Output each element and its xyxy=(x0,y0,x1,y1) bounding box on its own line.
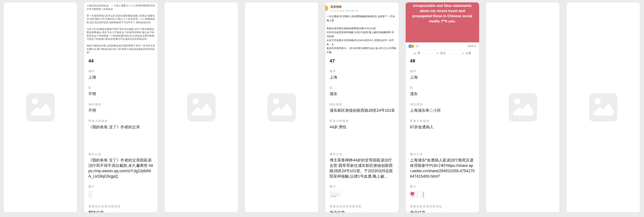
image-placeholder-icon xyxy=(589,93,618,122)
case-number: 48 xyxy=(410,58,475,64)
card-body: 47 城市 上海 区 浦东 地址描述 浦东新区唐镇创新西路28弄24号101室 … xyxy=(325,55,399,213)
district-label: 区 xyxy=(88,86,153,89)
source-value: 身边信息 xyxy=(410,210,475,213)
district-value: 不明 xyxy=(88,91,153,97)
facebook-like-button: 赞 xyxy=(414,51,420,55)
address-value: 不明 xyxy=(88,108,153,113)
weibo-avatar xyxy=(325,5,328,11)
card-body: 46 城市 上海 区 不明 地址描述 不明 死者大体描述 77岁老人沈瑞根 事件… xyxy=(245,213,318,213)
case-number: 47 xyxy=(330,58,394,64)
case-card-48[interactable]: irresponsible and false statements about… xyxy=(406,2,479,213)
city-label: 城市 xyxy=(88,69,153,73)
facebook-reaction-icons xyxy=(408,44,414,48)
case-card-45[interactable]: 45 城市 上海 区 不明 地址描述 不明 死者大体描述 24岁男子 事件介绍 … xyxy=(164,2,238,213)
case-number: 44 xyxy=(88,58,153,64)
event-value: 博主茶香禅静44岁的堂哥因延误治疗去世:我哥哥家住浦东新区唐镇创新西路28弄24… xyxy=(330,158,394,179)
case-image-placeholder xyxy=(4,2,77,213)
case-image-weibo-screenshot[interactable]: 茶香禅静 4-2 02:31 来自 iPhone客户端 一名志愿者,昨日我投入路… xyxy=(325,2,399,55)
weibo-post-text: 一名志愿者,昨日我投入路浦西核酸检测的队伍,但是累了一天后晚上接 。 哥家住浦东… xyxy=(326,14,396,55)
image-label: 图片 xyxy=(410,185,475,188)
city-label: 城市 xyxy=(410,69,475,73)
case-card-44[interactable]: 人都没有这样的机会。一个病人需要几十个人的同时帮助和关怀才有可能获得一丝的机会!… xyxy=(84,2,158,213)
facebook-share-button: 分享 xyxy=(462,51,471,55)
event-label: 事件介绍 xyxy=(330,153,394,156)
source-label: 直接信息还是间接信息 xyxy=(88,205,153,208)
district-label: 区 xyxy=(330,86,394,89)
card-body: 50 城市 上海 区 不明 地址描述 不明 死者大体描述 女性HR 事件介绍 丹… xyxy=(566,213,640,213)
case-image-article-screenshot[interactable]: 人都没有这样的机会。一个病人需要几十个人的同时帮助和关怀才有可能获得一丝的机会!… xyxy=(84,2,158,55)
image-thumbnail-weibo[interactable] xyxy=(330,191,342,197)
case-card-board: 43 城市 上海 区 徐汇 地址描述 华欣家园 死者大体描述 独居老人 事件介绍… xyxy=(0,0,644,215)
deceased-value: 44岁,男性 xyxy=(330,124,394,147)
card-body: 43 城市 上海 区 徐汇 地址描述 华欣家园 死者大体描述 独居老人 事件介绍… xyxy=(4,213,77,213)
image-placeholder-icon xyxy=(187,93,216,122)
city-label: 城市 xyxy=(330,69,394,73)
case-card-46[interactable]: 46 城市 上海 区 不明 地址描述 不明 死者大体描述 77岁老人沈瑞根 事件… xyxy=(245,2,318,213)
image-label: 图片 xyxy=(88,185,153,188)
address-label: 地址描述 xyxy=(410,103,475,106)
case-image-placeholder xyxy=(566,2,640,213)
case-card-43[interactable]: 43 城市 上海 区 徐汇 地址描述 华欣家园 死者大体描述 独居老人 事件介绍… xyxy=(4,2,77,213)
city-value: 上海 xyxy=(88,74,153,80)
image-thumbnail-chat[interactable] xyxy=(416,191,418,198)
image-thumbnail-facebook-post[interactable] xyxy=(410,191,415,198)
case-card-47[interactable]: 茶香禅静 4-2 02:31 来自 iPhone客户端 一名志愿者,昨日我投入路… xyxy=(325,2,399,213)
deceased-label: 死者大体描述 xyxy=(330,119,394,123)
facebook-banner-text: irresponsible and false statements about… xyxy=(406,2,479,42)
deceased-label: 死者大体描述 xyxy=(410,119,475,123)
deceased-label: 死者大体描述 xyxy=(88,119,153,123)
card-body: 49 城市 上海 区 徐汇 地址描述 徐汇区罗秀路850弄26号楼 死者大体描述… xyxy=(486,213,560,213)
address-value: 上海浦东寿二小区 xyxy=(410,108,475,113)
event-value: 上海浦东*血透病人延误治疗致死且遗体滞留家中约30小时!https://shar… xyxy=(410,158,475,179)
source-label: 直接信息还是间接信息 xyxy=(410,205,475,208)
facebook-comment-button: 评论 xyxy=(436,51,446,55)
event-label: 事件介绍 xyxy=(88,153,153,156)
image-placeholder-icon xyxy=(268,93,296,122)
source-value: 网络信息 xyxy=(88,210,153,213)
address-value: 浦东新区唐镇创新西路28弄24号101室 xyxy=(330,108,394,113)
source-label: 直接信息还是间接信息 xyxy=(330,205,394,208)
case-image-placeholder xyxy=(486,2,560,213)
weibo-username: 茶香禅静 xyxy=(330,5,396,9)
facebook-comment-count: 7条评论 xyxy=(467,44,476,48)
like-reaction-icon xyxy=(408,44,412,48)
facebook-reaction-count: 19 xyxy=(416,45,418,48)
case-card-49[interactable]: 49 城市 上海 区 徐汇 地址描述 徐汇区罗秀路850弄26号楼 死者大体描述… xyxy=(486,2,560,213)
case-card-50[interactable]: 50 城市 上海 区 不明 地址描述 不明 死者大体描述 女性HR 事件介绍 丹… xyxy=(566,2,640,213)
article-text: 人都没有这样的机会。一个病人需要几十个人的同时帮助和关怀才有可能获得一丝的机会!… xyxy=(84,2,158,55)
image-placeholder-icon xyxy=(26,93,55,122)
case-image-placeholder xyxy=(164,2,238,213)
card-body: 48 城市 上海 区 浦东 地址描述 上海浦东寿二小区 死者大体描述 67岁血透… xyxy=(406,55,479,213)
event-label: 事件介绍 xyxy=(410,153,475,156)
case-image-facebook-screenshot[interactable]: irresponsible and false statements about… xyxy=(406,2,479,55)
event-value: 《我的爸爸 没了》作者的父亲因延误治疗而不得不高位截肢,未久遍离世 https:… xyxy=(88,158,153,179)
case-image-placeholder xyxy=(245,2,318,213)
image-label: 图片 xyxy=(330,185,394,188)
district-value: 浦东 xyxy=(410,91,475,97)
image-thumbnail-document[interactable] xyxy=(88,191,92,198)
image-placeholder-icon xyxy=(509,93,537,122)
weibo-timestamp: 4-2 02:31 来自 iPhone客户端 xyxy=(330,9,396,12)
source-value: 身边信息 xyxy=(330,210,394,213)
address-label: 地址描述 xyxy=(330,103,394,106)
deceased-value: 《我的爸爸 没了》作者的父亲 xyxy=(88,124,153,147)
address-label: 地址描述 xyxy=(88,103,153,106)
deceased-value: 67岁血透病人 xyxy=(410,124,475,147)
card-body: 44 城市 上海 区 不明 地址描述 不明 死者大体描述 《我的爸爸 没了》作者… xyxy=(84,55,158,213)
district-value: 浦东 xyxy=(330,91,394,97)
card-body: 45 城市 上海 区 不明 地址描述 不明 死者大体描述 24岁男子 事件介绍 … xyxy=(164,213,238,213)
city-value: 上海 xyxy=(330,74,394,80)
image-thumbnail-test-results[interactable] xyxy=(420,191,424,198)
city-value: 上海 xyxy=(410,74,475,80)
district-label: 区 xyxy=(410,86,475,89)
